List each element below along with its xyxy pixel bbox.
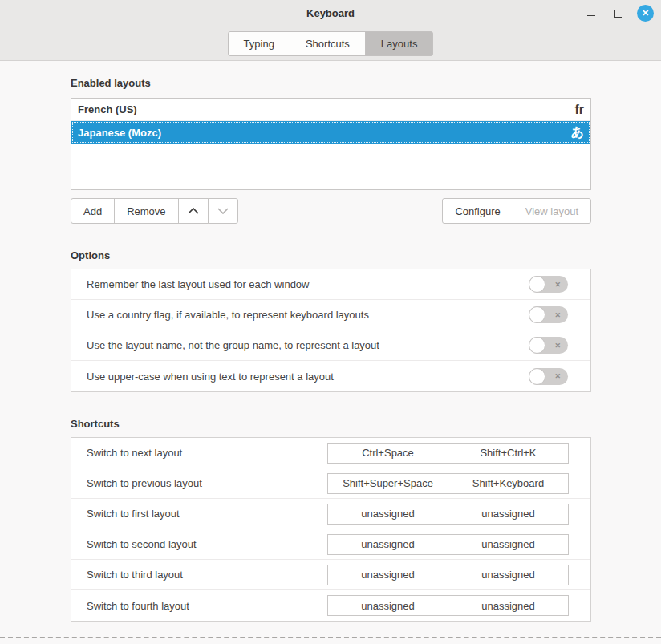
layouts-page: Enabled layouts French (US) fr Japanese … [0,61,661,622]
enabled-layouts-heading: Enabled layouts [71,77,591,89]
keybinding-button[interactable]: unassigned [327,595,448,616]
shortcut-label: Switch to third layout [87,569,183,581]
shortcut-label: Switch to first layout [87,508,180,520]
toggle-knob [529,368,545,385]
keybinding-button[interactable]: unassigned [448,565,569,585]
minimize-icon [587,15,595,16]
option-label: Use the layout name, not the group name,… [87,339,379,351]
keybinding-button[interactable]: unassigned [448,595,569,616]
tab-shortcuts[interactable]: Shortcuts [290,31,366,56]
shortcut-label: Switch to second layout [87,538,197,550]
shortcut-row-previous-layout: Switch to previous layout Shift+Super+Sp… [71,468,590,499]
layout-list-toolbar: Add Remove Configure View layout [71,198,591,224]
window-controls: ✕ [582,0,654,26]
layout-list-item-french[interactable]: French (US) fr [71,99,590,121]
window-title: Keyboard [306,7,355,19]
layout-list-item-japanese[interactable]: Japanese (Mozc) あ [71,121,590,144]
toggle-knob [529,306,545,323]
tab-typing[interactable]: Typing [228,31,290,56]
keybinding-button[interactable]: Shift+Super+Space [327,473,448,494]
add-button[interactable]: Add [71,198,115,224]
binding-group: unassigned unassigned [327,565,569,585]
close-icon: ✕ [642,9,649,18]
option-row-country-flag: Use a country flag, if available, to rep… [71,300,590,330]
configure-button[interactable]: Configure [442,198,513,224]
binding-group: unassigned unassigned [327,534,569,555]
option-row-upper-case: Use upper-case when using text to repres… [71,361,590,391]
move-down-button[interactable] [208,198,238,224]
toggle-off-icon: ✕ [554,342,561,349]
option-label: Use a country flag, if available, to rep… [87,309,369,321]
options-panel: Remember the last layout used for each w… [71,269,591,392]
enabled-layouts-list: French (US) fr Japanese (Mozc) あ [71,98,591,190]
binding-group: Ctrl+Space Shift+Ctrl+K [327,443,569,464]
move-up-button[interactable] [178,198,209,224]
keybinding-button[interactable]: unassigned [448,534,569,555]
chevron-up-icon [188,208,199,214]
layout-indicator-badge: fr [574,103,584,116]
binding-group: Shift+Super+Space Shift+Keyboard [327,473,569,494]
toggle-off-icon: ✕ [554,281,561,288]
edit-button-group: Add Remove [71,198,238,224]
option-row-remember-layout: Remember the last layout used for each w… [71,269,590,300]
shortcuts-panel: Switch to next layout Ctrl+Space Shift+C… [71,437,591,622]
shortcut-label: Switch to next layout [87,447,182,459]
upper-case-toggle[interactable]: ✕ [529,368,568,385]
maximize-icon [614,10,622,18]
config-button-group: Configure View layout [442,198,591,224]
maximize-button[interactable] [610,5,627,22]
layout-name-toggle[interactable]: ✕ [529,337,568,354]
option-label: Use upper-case when using text to repres… [87,371,334,383]
keybinding-button[interactable]: unassigned [327,504,448,525]
layout-indicator-badge: あ [571,126,584,139]
keybinding-button[interactable]: Shift+Keyboard [448,473,569,494]
remember-layout-toggle[interactable]: ✕ [529,276,568,293]
toggle-knob [529,337,545,354]
toggle-off-icon: ✕ [554,311,561,318]
binding-group: unassigned unassigned [327,595,569,616]
toggle-knob [529,276,545,293]
shortcut-label: Switch to previous layout [87,477,202,489]
close-button[interactable]: ✕ [637,5,654,22]
view-layout-button[interactable]: View layout [513,198,591,224]
binding-group: unassigned unassigned [327,504,569,525]
chevron-down-icon [217,208,229,214]
shortcut-row-next-layout: Switch to next layout Ctrl+Space Shift+C… [71,438,590,468]
shortcut-row-second-layout: Switch to second layout unassigned unass… [71,529,590,560]
layout-name: French (US) [78,103,137,115]
shortcut-row-fourth-layout: Switch to fourth layout unassigned unass… [71,590,590,621]
option-row-layout-name: Use the layout name, not the group name,… [71,330,590,361]
keybinding-button[interactable]: unassigned [327,565,448,585]
screenshot-truncation-divider [0,637,661,638]
keyboard-settings-window: Keyboard ✕ Typing Shortcuts Layouts Enab… [0,0,661,644]
keybinding-button[interactable]: Ctrl+Space [327,443,448,464]
remove-button[interactable]: Remove [114,198,178,224]
tab-layouts[interactable]: Layouts [365,31,434,56]
shortcut-row-first-layout: Switch to first layout unassigned unassi… [71,499,590,529]
keybinding-button[interactable]: unassigned [448,504,569,525]
layout-name: Japanese (Mozc) [78,127,161,139]
titlebar: Keyboard ✕ [0,0,661,26]
shortcuts-heading: Shortcuts [71,418,591,430]
minimize-button[interactable] [582,5,599,22]
toggle-off-icon: ✕ [554,373,561,380]
keybinding-button[interactable]: Shift+Ctrl+K [448,443,569,464]
shortcut-row-third-layout: Switch to third layout unassigned unassi… [71,560,590,590]
country-flag-toggle[interactable]: ✕ [529,306,568,323]
keybinding-button[interactable]: unassigned [327,534,448,555]
options-heading: Options [71,249,591,261]
shortcut-label: Switch to fourth layout [87,600,189,612]
option-label: Remember the last layout used for each w… [87,278,309,290]
tab-bar: Typing Shortcuts Layouts [0,26,661,61]
